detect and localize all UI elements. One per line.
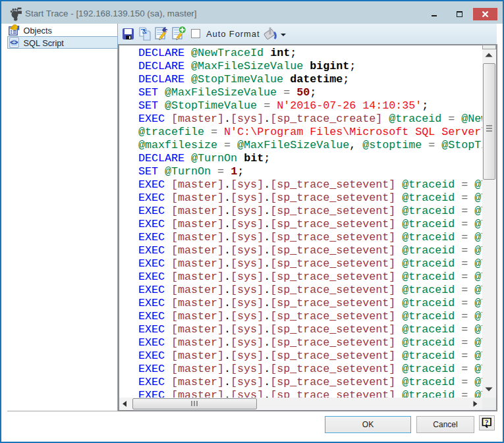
svg-text:?: ? [485, 419, 489, 427]
svg-text:<>: <> [10, 38, 18, 46]
